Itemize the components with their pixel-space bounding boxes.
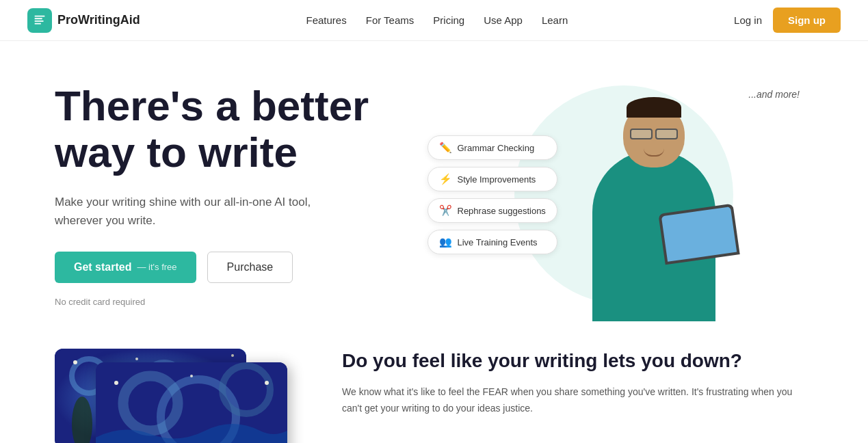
feature-pills: ✏️ Grammar Checking ⚡ Style Improvements… — [428, 135, 557, 254]
person-head — [623, 103, 685, 167]
laptop — [658, 204, 739, 265]
nav-features[interactable]: Features — [306, 14, 347, 26]
pill-training: 👥 Live Training Events — [428, 230, 557, 254]
svg-point-14 — [114, 381, 118, 385]
card-front-svg — [96, 362, 287, 443]
svg-point-16 — [265, 381, 269, 385]
signup-button[interactable]: Sign up — [773, 8, 841, 33]
get-started-button[interactable]: Get started — it's free — [55, 252, 196, 283]
people-icon: 👥 — [439, 236, 452, 248]
nav-pricing[interactable]: Pricing — [433, 14, 464, 26]
brand-name: ProWritingAid — [57, 13, 140, 27]
purchase-button[interactable]: Purchase — [207, 252, 293, 283]
glasses — [630, 129, 678, 139]
card-front: My idea in my head — [96, 362, 287, 443]
hero-subtitle: Make your writing shine with our all-in-… — [55, 193, 342, 230]
nav-actions: Log in Sign up — [734, 8, 841, 33]
hair — [627, 97, 681, 118]
section2-title: Do you feel like your writing lets you d… — [342, 349, 813, 373]
login-link[interactable]: Log in — [734, 14, 762, 26]
smile — [644, 148, 664, 157]
pill-grammar: ✏️ Grammar Checking — [428, 135, 557, 160]
pill-rephrase: ✂️ Rephrase suggestions — [428, 198, 557, 223]
logo-svg — [32, 13, 47, 28]
hero-buttons: Get started — it's free Purchase — [55, 252, 434, 283]
hero-right: ✏️ Grammar Checking ⚡ Style Improvements… — [434, 68, 814, 321]
section2-image: My idea in my head — [55, 349, 287, 443]
section2: My idea in my head Do you feel like your… — [0, 342, 868, 443]
navbar: ProWritingAid Features For Teams Pricing… — [0, 0, 868, 41]
free-label: — it's free — [137, 262, 176, 272]
hero-person-illustration — [579, 96, 729, 321]
pencil-icon: ✏️ — [439, 142, 452, 154]
section2-body: We know what it's like to feel the FEAR … — [342, 384, 813, 417]
hero-left: There's a better way to write Make your … — [55, 83, 434, 307]
svg-point-5 — [73, 360, 77, 364]
nav-for-teams[interactable]: For Teams — [366, 14, 415, 26]
logo-icon — [27, 8, 52, 33]
no-credit-label: No credit card required — [55, 297, 434, 307]
lightning-icon: ⚡ — [439, 173, 452, 185]
nav-use-app[interactable]: Use App — [484, 14, 523, 26]
hero-title: There's a better way to write — [55, 83, 434, 176]
scissors-icon: ✂️ — [439, 204, 452, 217]
section2-text: Do you feel like your writing lets you d… — [342, 349, 813, 417]
nav-links: Features For Teams Pricing Use App Learn — [306, 14, 568, 27]
svg-point-8 — [231, 354, 234, 357]
laptop-screen — [661, 206, 737, 262]
nav-learn[interactable]: Learn — [542, 14, 568, 26]
logo-link[interactable]: ProWritingAid — [27, 8, 140, 33]
hero-section: There's a better way to write Make your … — [0, 41, 868, 342]
svg-point-15 — [190, 375, 193, 377]
pill-style: ⚡ Style Improvements — [428, 167, 557, 191]
more-label: ...and more! — [748, 89, 800, 100]
svg-point-6 — [135, 358, 138, 360]
